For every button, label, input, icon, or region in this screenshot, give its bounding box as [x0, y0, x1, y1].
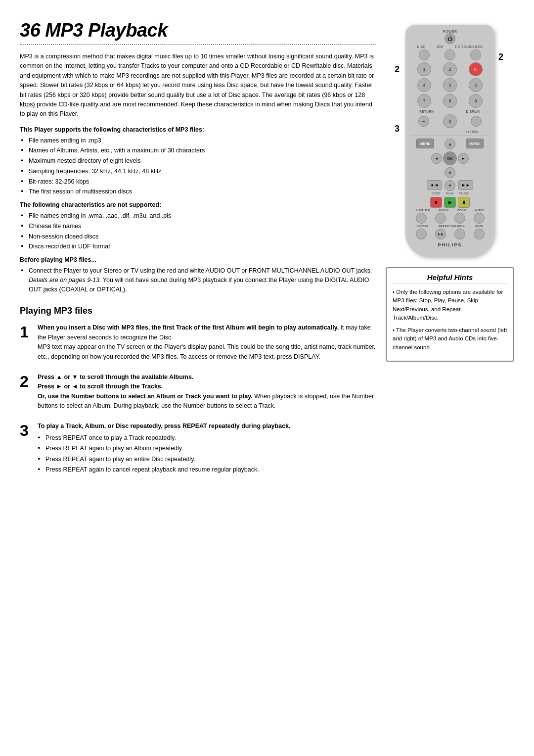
list-item: The first session of multisession discs: [20, 187, 376, 196]
power-label: POWER: [411, 30, 489, 33]
play-label: PLAY: [444, 192, 456, 195]
pause-button[interactable]: ⏸: [458, 197, 470, 208]
prev-button[interactable]: ◄◄: [427, 180, 442, 190]
before-playing-header: Before playing MP3 files...: [20, 256, 376, 263]
scan-button[interactable]: [474, 229, 485, 239]
subtitle-button[interactable]: [416, 213, 427, 224]
repeat-label: REPEAT: [417, 225, 429, 228]
disc-button[interactable]: [419, 49, 430, 60]
step-2-bold-1: Press ▲ or ▼ to scroll through the avail…: [38, 374, 193, 390]
intro-text: MP3 is a compression method that makes d…: [20, 52, 376, 119]
not-supported-list: File names ending in .wma, .aac, .dlf, .…: [20, 211, 376, 251]
scan-label: SCAN: [475, 225, 484, 228]
next-button[interactable]: ►►: [458, 180, 473, 190]
list-item: Press REPEAT again to play an entire Dis…: [38, 455, 376, 464]
bottom-label-row: SUBTITLE ANGLE ZOOM AUDIO: [411, 209, 489, 212]
num-row-1: 1 2 ▷: [411, 62, 489, 76]
audio-label: AUDIO: [475, 209, 484, 212]
bottom-row: [411, 213, 489, 224]
list-item: Maximum nested directory of eight levels: [20, 156, 376, 166]
return-label: RETURN: [419, 110, 434, 113]
left-column: 36 MP3 Playback MP3 is a compression met…: [20, 20, 376, 484]
pause-label: PAUSE: [458, 192, 470, 195]
angle-button[interactable]: [435, 213, 446, 224]
left-button[interactable]: ◄: [431, 153, 442, 164]
num-row-3: 7 8 9: [411, 94, 489, 108]
right-column: 2 3 POWER ⏻ DISC DIM T-C SOUND MOD: [386, 20, 514, 484]
transport-row: ■ ▶ ⏸: [411, 197, 489, 208]
num-2-button[interactable]: 2: [443, 62, 457, 76]
up-button[interactable]: ▲: [445, 139, 455, 149]
dim-button[interactable]: [445, 49, 455, 60]
return-row: ↩ 0: [411, 114, 489, 128]
repeat-button[interactable]: [416, 229, 427, 239]
top-btn-row: [411, 49, 489, 60]
nav-down-button[interactable]: ▼: [445, 180, 455, 191]
repeat-row: A-B: [411, 229, 489, 239]
power-button[interactable]: ⏻: [445, 33, 455, 44]
playing-section: Playing MP3 files 1 When you insert a Di…: [20, 306, 376, 475]
num-1-button[interactable]: 1: [417, 62, 431, 76]
disc-label: DISC: [417, 45, 426, 48]
num-5-button[interactable]: 5: [443, 78, 457, 92]
shuffle-button[interactable]: [454, 229, 465, 239]
num-9-button[interactable]: 9: [469, 94, 483, 108]
hint-2: The Player converts two-channel sound (l…: [393, 326, 507, 352]
list-item: Names of Albums, Artists, etc., with a m…: [20, 146, 376, 155]
down-button[interactable]: ▼: [445, 167, 455, 178]
tc-sound-label: T-C SOUND MOD: [455, 45, 483, 48]
ok-button[interactable]: OK: [443, 151, 457, 165]
dim-label: DIM: [437, 45, 444, 48]
badge-2-right: 2: [498, 52, 503, 62]
list-item: Connect the Player to your Stereo or TV …: [20, 266, 376, 294]
remote-divider-1: [411, 136, 489, 136]
num-6-button[interactable]: 6: [469, 78, 483, 92]
num-0-button[interactable]: 0: [443, 114, 457, 128]
right-button[interactable]: ►: [458, 153, 469, 164]
nav-cluster: ◄ OK ►: [411, 151, 489, 165]
step-number-2: 2: [20, 374, 32, 389]
ab-button[interactable]: A-B: [435, 229, 446, 239]
remote-body: 2 3 POWER ⏻ DISC DIM T-C SOUND MOD: [405, 25, 494, 257]
step-3-list: Press REPEAT once to play a Track repeat…: [38, 433, 376, 475]
num-row-2: 4 5 6: [411, 78, 489, 92]
list-item: Non-session closed discs: [20, 232, 376, 241]
playing-title: Playing MP3 files: [20, 306, 376, 316]
skip-row: ◄◄ ▼ ►►: [411, 180, 489, 191]
play-button[interactable]: ▶: [444, 197, 456, 208]
return-row-labels: RETURN DISPLAY: [411, 110, 489, 113]
tc-sound-button[interactable]: [470, 49, 481, 60]
list-item: Press REPEAT again to play an Album repe…: [38, 444, 376, 453]
step-2-bold-2: Or, use the Number buttons to select an …: [38, 393, 253, 400]
zoom-button[interactable]: [454, 213, 465, 224]
num-4-button[interactable]: 4: [417, 78, 431, 92]
angle-label: ANGLE: [439, 209, 448, 212]
menu-left-button[interactable]: MENU: [416, 139, 434, 148]
list-item: Sampling frequencies: 32 kHz, 44.1 kHz, …: [20, 167, 376, 176]
list-item: Press REPEAT again to cancel repeat play…: [38, 465, 376, 474]
system-label: SYSTEM: [465, 130, 478, 133]
audio-button[interactable]: [474, 213, 485, 224]
list-item: File names ending in .mp3: [20, 136, 376, 145]
step-2-content: Press ▲ or ▼ to scroll through the avail…: [38, 373, 376, 413]
num-3-button[interactable]: ▷: [469, 62, 483, 76]
num-7-button[interactable]: 7: [417, 94, 431, 108]
menu-right-button[interactable]: MENU: [466, 139, 484, 148]
list-item: File names ending in .wma, .aac, .dlf, .…: [20, 211, 376, 221]
list-item: Press REPEAT once to play a Track repeat…: [38, 433, 376, 443]
down-row: ▼: [411, 167, 489, 178]
hint-1: Only the following options are available…: [393, 288, 507, 322]
stop-button[interactable]: ■: [430, 197, 442, 208]
zoom-label: ZOOM: [457, 209, 466, 212]
remote-control: 2 3 POWER ⏻ DISC DIM T-C SOUND MOD: [405, 25, 494, 257]
display-button[interactable]: [471, 116, 482, 127]
top-label-row: DISC DIM T-C SOUND MOD: [411, 45, 489, 48]
page-title: 36 MP3 Playback: [20, 20, 376, 41]
step-3-bold: To play a Track, Album, or Disc repeated…: [38, 423, 291, 429]
return-button[interactable]: ↩: [418, 116, 429, 127]
step-number-1: 1: [20, 324, 32, 340]
section-divider: [20, 44, 376, 45]
step-1-bold: When you insert a Disc with MP3 files, t…: [38, 324, 339, 331]
repeat-label-row: REPEAT REPEAT SHUFFLE SCAN: [411, 225, 489, 228]
num-8-button[interactable]: 8: [443, 94, 457, 108]
